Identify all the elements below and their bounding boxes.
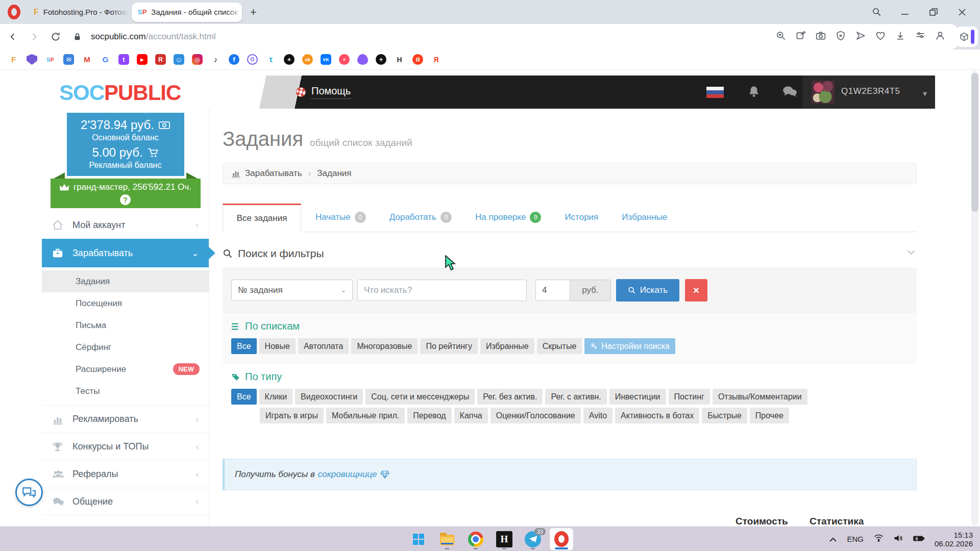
sidebar-item-account[interactable]: Мой аккаунт ‹ xyxy=(42,211,209,239)
bookmark-rutube-icon[interactable]: R xyxy=(155,54,166,65)
rank-help-button[interactable]: ? xyxy=(120,194,131,205)
back-button[interactable] xyxy=(4,28,21,45)
favorites-heart-icon[interactable] xyxy=(875,31,886,43)
submenu-item-tasks[interactable]: Задания xyxy=(42,270,209,292)
submenu-item-tests[interactable]: Тесты xyxy=(42,380,209,402)
balance-box[interactable]: 2'378.94 руб. Основной баланс 5.00 руб. … xyxy=(67,113,184,176)
messages-chat-icon[interactable] xyxy=(782,85,797,100)
clear-search-button[interactable]: ✕ xyxy=(685,279,707,302)
window-close-button[interactable] xyxy=(955,6,969,19)
scrollbar-thumb[interactable] xyxy=(971,73,978,212)
bookmark-socpublic-icon[interactable]: SP xyxy=(45,54,56,65)
list-chip-favorites[interactable]: Избранные xyxy=(480,338,534,354)
search-type-select[interactable]: № задания ⌄ xyxy=(231,280,353,301)
type-chip-investments[interactable]: Инвестиции xyxy=(609,389,666,405)
type-chip-social[interactable]: Соц. сети и мессенджеры xyxy=(365,389,475,405)
window-minimize-button[interactable] xyxy=(898,6,912,19)
chrome-button[interactable] xyxy=(464,528,487,550)
type-chip-translate[interactable]: Перевод xyxy=(407,408,451,423)
submenu-item-letters[interactable]: Письма xyxy=(42,314,209,336)
zoom-icon[interactable] xyxy=(776,31,786,43)
type-chip-reg-no-activity[interactable]: Рег. без актив. xyxy=(477,389,543,405)
profile-icon[interactable] xyxy=(935,31,945,43)
list-chip-all[interactable]: Все xyxy=(231,338,257,354)
bookmark-instagram-icon[interactable]: ◎ xyxy=(192,54,203,65)
h-app-button[interactable]: H xyxy=(493,528,516,550)
sidebar-item-earn[interactable]: Зарабатывать ⌄ xyxy=(42,239,209,267)
search-settings-chip[interactable]: Настройки поиска xyxy=(584,338,675,354)
bookmark-twitch-icon[interactable]: t xyxy=(118,54,129,65)
tab-history[interactable]: История xyxy=(565,212,598,222)
new-tab-button[interactable]: + xyxy=(250,7,257,18)
submenu-item-surfing[interactable]: Сёрфинг xyxy=(42,336,209,358)
bookmark-ya-icon[interactable]: Я xyxy=(431,54,442,65)
bookmark-messenger-icon[interactable]: O xyxy=(247,54,258,65)
type-chip-posting[interactable]: Постинг xyxy=(669,389,710,405)
tab-on-review[interactable]: На проверке9 xyxy=(475,212,541,223)
keyboard-language[interactable]: ENG xyxy=(847,535,864,543)
bookmark-youtube-icon[interactable]: ▶ xyxy=(137,54,148,65)
sidebar-item-referrals[interactable]: Рефералы ‹ xyxy=(42,460,209,488)
bookmark-tau-icon[interactable]: τ xyxy=(265,54,276,65)
snapshot-camera-icon[interactable] xyxy=(816,31,826,43)
type-chip-avito[interactable]: Avito xyxy=(583,408,612,423)
tune-settings-icon[interactable] xyxy=(915,31,925,43)
bookmark-vk-icon[interactable]: VK xyxy=(321,54,331,65)
tray-expand-chevron[interactable] xyxy=(829,535,837,544)
taskbar-clock[interactable]: 15:13 06.02.2026 xyxy=(935,531,973,548)
start-button[interactable] xyxy=(407,528,430,550)
lock-icon[interactable] xyxy=(68,28,86,45)
volume-icon[interactable] xyxy=(894,534,903,544)
notifications-bell-icon[interactable] xyxy=(747,85,761,100)
tab-all-tasks[interactable]: Все задания xyxy=(223,204,301,232)
type-chip-fast[interactable]: Быстрые xyxy=(702,408,747,423)
sidebar-item-contests[interactable]: Конкурсы и ТОПы ‹ xyxy=(42,433,209,460)
list-chip-by-rating[interactable]: По рейтингу xyxy=(420,338,478,354)
submenu-item-extension[interactable]: РасширениеNEW xyxy=(42,358,209,380)
type-chip-captcha[interactable]: Капча xyxy=(454,408,488,423)
search-query-input[interactable] xyxy=(357,280,527,301)
bookmark-plus-icon[interactable]: + xyxy=(376,54,386,65)
type-chip-mobile[interactable]: Мобильные прил. xyxy=(326,408,405,423)
window-restore-button[interactable] xyxy=(927,6,940,19)
tab-rework[interactable]: Доработать0 xyxy=(389,212,452,223)
bookmark-edit-icon[interactable] xyxy=(796,31,806,43)
type-chip-reg-activity[interactable]: Рег. с активн. xyxy=(545,389,606,405)
socpublic-logo[interactable]: SOCPUBLIC xyxy=(59,81,181,105)
price-input[interactable] xyxy=(535,280,570,301)
bookmark-dot-icon[interactable]: ● xyxy=(339,54,350,65)
wifi-icon[interactable] xyxy=(874,534,884,544)
bookmark-odnoklassniki-icon[interactable]: ok xyxy=(302,54,313,65)
bookmark-fotohosting-icon[interactable]: F xyxy=(8,54,19,65)
bookmark-tiktok-icon[interactable]: ♪ xyxy=(210,54,221,65)
type-chip-voting[interactable]: Оценки/Голосование xyxy=(491,408,581,423)
page-scrollbar[interactable] xyxy=(971,71,978,525)
bookmark-agent-icon[interactable]: ☺ xyxy=(174,54,184,65)
sidebar-item-advertise[interactable]: Рекламировать ‹ xyxy=(42,405,209,433)
user-menu[interactable]: Q1W2E3R4T5 ▾ xyxy=(802,76,935,109)
adblock-shield-icon[interactable] xyxy=(836,31,846,43)
forward-button[interactable] xyxy=(26,28,43,45)
bookmark-facebook-icon[interactable]: f xyxy=(229,54,239,65)
list-chip-autopay[interactable]: Автоплата xyxy=(298,338,349,354)
bookmark-mail-icon[interactable]: ✉ xyxy=(63,54,74,65)
bookmark-google-icon[interactable]: G xyxy=(100,54,111,65)
breadcrumb-earn-link[interactable]: Зарабатывать xyxy=(245,168,302,179)
bookmark-gmail-icon[interactable]: M xyxy=(82,54,92,65)
tab-favorites[interactable]: Избранные xyxy=(622,212,667,222)
myflow-icon[interactable] xyxy=(855,31,866,43)
reload-button[interactable] xyxy=(47,28,64,45)
telegram-button[interactable]: 33 xyxy=(521,528,545,550)
list-chip-hidden[interactable]: Скрытые xyxy=(537,338,582,354)
language-flag-ru[interactable] xyxy=(706,87,724,98)
support-chat-widget[interactable] xyxy=(15,479,43,506)
bookmark-yandex-icon[interactable]: Я xyxy=(412,54,423,65)
browser-tab-socpublic[interactable]: SP Задания - общий список xyxy=(132,3,242,22)
opera-button[interactable] xyxy=(550,528,573,550)
browser-search-icon[interactable] xyxy=(870,6,883,19)
list-chip-reusable[interactable]: Многоразовые xyxy=(351,338,418,354)
address-bar[interactable]: socpublic.com/account/task.html xyxy=(91,32,216,42)
browser-tab-fotohosting[interactable]: F Fotohosting.Pro - Фотохо xyxy=(28,3,129,22)
type-chip-games[interactable]: Играть в игры xyxy=(260,408,324,423)
bookmark-drop-icon[interactable] xyxy=(357,54,368,65)
